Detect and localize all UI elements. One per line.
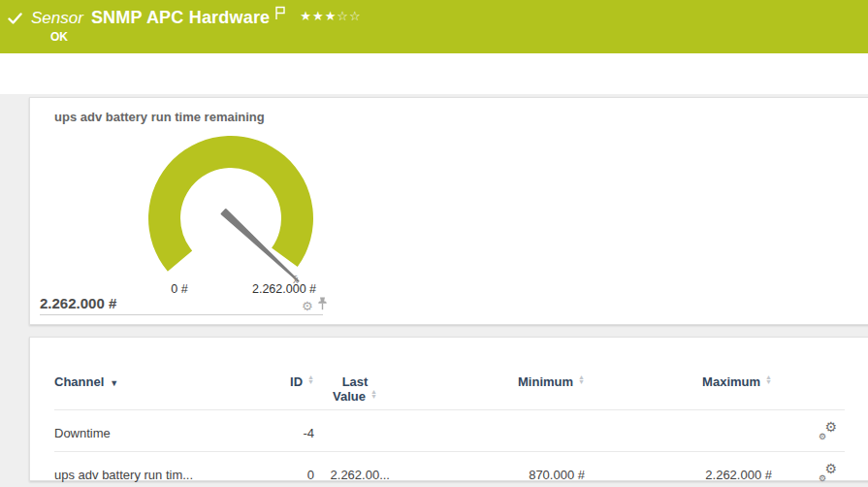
sensor-titlebar: Sensor SNMP APC Hardware ★★★☆☆ OK [0,0,868,53]
gauge-panel-title: ups adv battery run time remaining [54,110,265,124]
channel-name-cell[interactable]: Downtime [54,410,229,452]
channel-settings-gears-icon[interactable]: ⚙⚙ [819,423,837,439]
status-ok-check-icon [8,11,22,28]
priority-stars[interactable]: ★★★☆☆ [300,9,361,23]
sensor-status-badge: OK [50,30,68,44]
priority-flag-icon[interactable] [274,6,286,24]
sort-icon: ▲▼ [307,374,314,384]
channel-id-cell: -4 [229,410,314,452]
channel-id-cell: 0 [229,452,314,487]
content-area: ups adv battery run time remaining 0 # 2… [0,94,868,487]
sort-icon: ▲▼ [765,374,772,384]
channel-name-cell[interactable]: ups adv battery run tim... [54,452,229,487]
column-header-maximum[interactable]: Maximum▲▼ [585,338,772,410]
sensor-name: SNMP APC Hardware [91,8,270,28]
object-type-label: Sensor [31,9,83,28]
table-row: ups adv battery run tim... 0 2.262.00...… [54,452,845,487]
gauge-arc [148,136,313,272]
channel-minimum-cell: 870.000 # [396,452,585,487]
table-header-row: Channel▼ ID▲▼ Last Value▲▼ Minimum▲▼ [54,338,845,410]
gauge-panel-divider [40,314,323,315]
stars-empty[interactable]: ☆☆ [337,9,361,23]
channel-settings-gears-icon[interactable]: ⚙⚙ [819,465,837,481]
tab-strip: Overview Live Data 2 days 30 days 365 da… [0,53,868,94]
channel-table-panel: Channel▼ ID▲▼ Last Value▲▼ Minimum▲▼ [29,337,868,481]
gauge-min-label: 0 # [150,282,209,296]
prtg-sensor-page: Sensor SNMP APC Hardware ★★★☆☆ OK Overvi… [0,0,868,487]
column-header-id[interactable]: ID▲▼ [229,338,314,410]
column-header-channel[interactable]: Channel▼ [54,338,229,410]
sort-icon: ▲▼ [370,389,377,399]
stars-filled[interactable]: ★★★ [300,9,337,23]
gauge-mean-marker: x̄ [293,274,299,285]
table-row: Downtime -4 ⚙⚙ [54,410,845,452]
channel-last-value-cell: 2.262.00... [314,452,396,487]
gauge-current-value: 2.262.000 # [40,295,116,311]
channel-table: Channel▼ ID▲▼ Last Value▲▼ Minimum▲▼ [54,338,845,487]
column-header-last-value[interactable]: Last Value▲▼ [314,338,396,410]
gauge-settings-gear-icon[interactable]: ⚙ [302,300,313,312]
pin-icon[interactable] [317,297,328,314]
channel-maximum-cell: 2.262.000 # [585,452,772,487]
channel-maximum-cell [585,410,772,452]
channel-last-value-cell [314,410,396,452]
gauge-max-label: 2.262.000 # [226,282,342,296]
sort-desc-icon: ▼ [110,378,118,388]
column-header-actions [772,338,845,410]
column-header-minimum[interactable]: Minimum▲▼ [396,338,585,410]
sort-icon: ▲▼ [578,374,585,384]
channel-minimum-cell [396,410,585,452]
gauge-panel: ups adv battery run time remaining 0 # 2… [29,97,868,325]
battery-runtime-gauge [139,126,342,291]
